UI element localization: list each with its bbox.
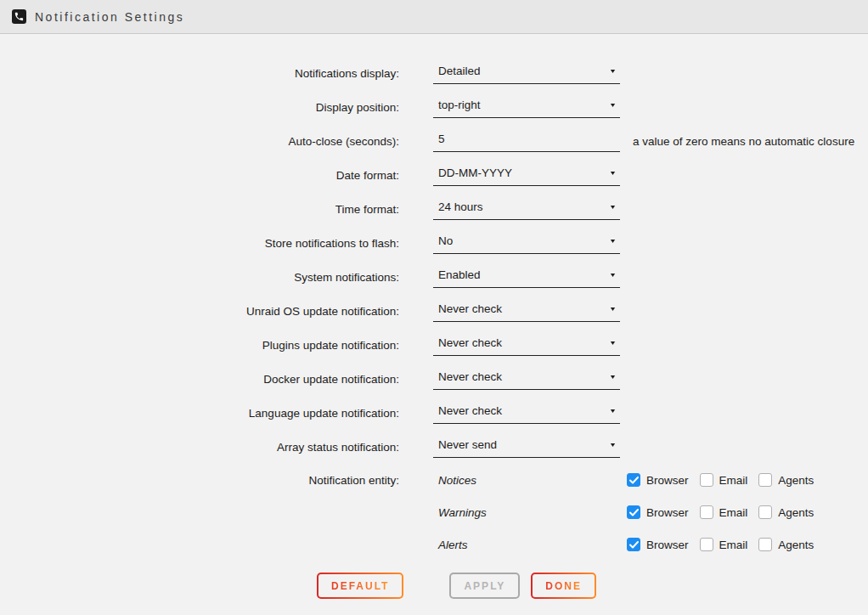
chevron-down-icon: ▼: [609, 306, 617, 312]
check-icon: [629, 541, 639, 549]
checkbox-warnings-agents[interactable]: [758, 505, 772, 519]
chevron-down-icon: ▼: [609, 340, 617, 346]
field-label: Auto-close (seconds):: [0, 135, 433, 148]
form-row: Docker update notification: Never check …: [0, 362, 868, 396]
unraid-os-update-select[interactable]: Never check ▼: [433, 300, 620, 322]
field-label: Docker update notification:: [0, 373, 433, 386]
check-icon: [629, 509, 639, 516]
select-value: Never check: [438, 336, 502, 349]
entity-row-alerts: Alerts Browser Email Agents: [0, 528, 868, 561]
checkbox-warnings-browser[interactable]: [627, 505, 640, 519]
checkbox-label: Email: [719, 506, 748, 519]
checkbox-label: Agents: [778, 506, 814, 519]
chevron-down-icon: ▼: [609, 272, 617, 278]
plugins-update-select[interactable]: Never check ▼: [433, 334, 620, 356]
check-icon: [629, 477, 639, 484]
field-label: System notifications:: [0, 271, 433, 284]
chevron-down-icon: ▼: [609, 68, 617, 74]
field-label: Language update notification:: [0, 407, 433, 420]
date-format-select[interactable]: DD-MM-YYYY ▼: [433, 164, 620, 186]
notifications-display-select[interactable]: Detailed ▼: [433, 62, 620, 84]
checkbox-label: Agents: [778, 539, 814, 551]
checkbox-label: Browser: [646, 506, 689, 519]
field-label: Plugins update notification:: [0, 339, 433, 352]
checkbox-notices-browser[interactable]: [627, 473, 640, 487]
chevron-down-icon: ▼: [609, 408, 617, 414]
checkbox-label: Email: [719, 539, 748, 551]
form-row: Unraid OS update notification: Never che…: [0, 294, 868, 328]
checkbox-alerts-agents[interactable]: [758, 538, 772, 551]
phone-square-icon: [12, 9, 26, 24]
select-value: No: [438, 234, 453, 247]
chevron-down-icon: ▼: [609, 102, 617, 108]
checkbox-label: Email: [719, 474, 748, 487]
chevron-down-icon: ▼: [609, 374, 617, 380]
entity-name: Warnings: [433, 506, 627, 519]
entity-row-notices: Notification entity: Notices Browser Ema…: [0, 464, 868, 496]
checkbox-alerts-browser[interactable]: [627, 538, 640, 551]
system-notifications-select[interactable]: Enabled ▼: [433, 266, 620, 288]
form-row: Store notifications to flash: No ▼: [0, 226, 868, 260]
apply-button[interactable]: APPLY: [449, 573, 520, 599]
checkbox-label: Agents: [778, 474, 814, 487]
chevron-down-icon: ▼: [609, 442, 617, 448]
select-value: Never check: [438, 370, 502, 383]
entity-name: Alerts: [433, 539, 627, 551]
select-value: DD-MM-YYYY: [438, 166, 512, 179]
select-value: Never check: [438, 404, 502, 417]
display-position-select[interactable]: top-right ▼: [433, 96, 620, 118]
entity-name: Notices: [433, 474, 627, 487]
field-label: Store notifications to flash:: [0, 237, 433, 250]
form-row: Auto-close (seconds): a value of zero me…: [0, 124, 868, 158]
form-row: Array status notification: Never send ▼: [0, 430, 868, 464]
checkbox-notices-agents[interactable]: [758, 473, 772, 487]
form-row: Plugins update notification: Never check…: [0, 328, 868, 362]
checkbox-alerts-email[interactable]: [700, 538, 713, 551]
page-title: Notification Settings: [35, 10, 184, 24]
form-row: System notifications: Enabled ▼: [0, 260, 868, 294]
entity-row-warnings: Warnings Browser Email Agents: [0, 496, 868, 528]
field-label: Notification entity:: [0, 474, 433, 487]
select-value: top-right: [438, 99, 481, 111]
field-label: Time format:: [0, 203, 433, 216]
chevron-down-icon: ▼: [609, 204, 617, 210]
select-value: Never send: [438, 438, 497, 451]
checkbox-notices-email[interactable]: [700, 473, 713, 487]
docker-update-select[interactable]: Never check ▼: [433, 368, 620, 390]
store-notifications-select[interactable]: No ▼: [433, 232, 620, 254]
page-header: Notification Settings: [0, 0, 868, 34]
notification-settings-form: Notifications display: Detailed ▼ Displa…: [0, 34, 868, 599]
field-label: Notifications display:: [0, 67, 433, 80]
default-button[interactable]: DEFAULT: [317, 573, 403, 599]
select-value: Detailed: [438, 65, 481, 77]
chevron-down-icon: ▼: [609, 170, 617, 176]
field-label: Unraid OS update notification:: [0, 305, 433, 318]
done-button[interactable]: DONE: [531, 573, 596, 599]
select-value: Never check: [438, 302, 502, 315]
array-status-select[interactable]: Never send ▼: [433, 436, 620, 458]
form-row: Time format: 24 hours ▼: [0, 192, 868, 226]
auto-close-input[interactable]: [433, 130, 620, 152]
field-note: a value of zero means no automatic closu…: [633, 135, 854, 148]
button-bar: DEFAULT APPLY DONE: [0, 573, 868, 599]
checkbox-label: Browser: [646, 474, 689, 487]
checkbox-warnings-email[interactable]: [700, 505, 713, 519]
form-row: Display position: top-right ▼: [0, 90, 868, 124]
form-row: Language update notification: Never chec…: [0, 396, 868, 430]
field-label: Array status notification:: [0, 441, 433, 454]
time-format-select[interactable]: 24 hours ▼: [433, 198, 620, 220]
field-label: Date format:: [0, 169, 433, 182]
select-value: 24 hours: [438, 200, 483, 213]
select-value: Enabled: [438, 268, 481, 281]
field-label: Display position:: [0, 101, 433, 114]
form-row: Date format: DD-MM-YYYY ▼: [0, 158, 868, 192]
form-row: Notifications display: Detailed ▼: [0, 56, 868, 90]
language-update-select[interactable]: Never check ▼: [433, 402, 620, 424]
checkbox-label: Browser: [646, 539, 689, 551]
chevron-down-icon: ▼: [609, 238, 617, 244]
